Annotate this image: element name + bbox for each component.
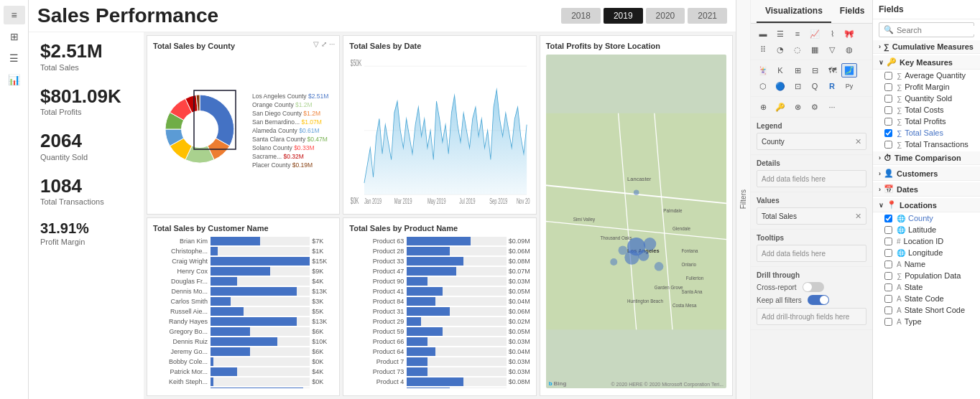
- viz-stacked-bar[interactable]: ▬: [755, 27, 771, 41]
- viz-key-inf[interactable]: 🔑: [772, 100, 788, 114]
- svg-text:Palmdale: Palmdale: [663, 208, 683, 213]
- total-trans-check[interactable]: [884, 141, 892, 149]
- viz-kpi[interactable]: K: [772, 63, 788, 78]
- viz-custom1[interactable]: ⊗: [790, 100, 805, 114]
- sidebar-icon-list[interactable]: ☰: [4, 49, 25, 67]
- chart-donut[interactable]: Total Sales by County ▽ ⤢ ···: [147, 35, 340, 215]
- county-check[interactable]: [884, 215, 892, 222]
- drill-well[interactable]: Add drill-through fields here: [757, 308, 866, 325]
- field-state-short-code[interactable]: AState Short Code: [873, 304, 980, 316]
- bar-row-henry: Henry Cox$9K: [153, 267, 333, 276]
- viz-map[interactable]: 🗺: [824, 63, 840, 78]
- viz-card[interactable]: 🃏: [755, 63, 771, 78]
- year-tab-2018[interactable]: 2018: [561, 8, 601, 24]
- filter-icon[interactable]: ▽: [313, 40, 319, 48]
- field-profit-margin[interactable]: ∑Profit Margin: [873, 81, 980, 93]
- field-name[interactable]: AName: [873, 258, 980, 270]
- avg-qty-check[interactable]: [884, 72, 892, 80]
- total-sales-check[interactable]: [884, 129, 892, 137]
- viz-r[interactable]: R: [824, 79, 840, 93]
- state-check[interactable]: [884, 283, 892, 291]
- viz-decomp[interactable]: ⊕: [755, 100, 771, 114]
- type-check[interactable]: [884, 318, 892, 326]
- field-total-profits[interactable]: ∑Total Profits: [873, 116, 980, 127]
- time-comparison-header[interactable]: › ⏱ Time Comparison: [873, 151, 980, 165]
- chart-map[interactable]: Total Profits by Store Location Lancaste…: [540, 35, 733, 396]
- viz-qna[interactable]: Q: [807, 79, 823, 93]
- svg-text:Jul 2019: Jul 2019: [460, 197, 476, 206]
- sidebar-icon-grid[interactable]: ⊞: [4, 27, 25, 46]
- viz-more[interactable]: ···: [824, 100, 840, 114]
- locations-header[interactable]: ∨ 📍 Locations: [873, 198, 980, 212]
- key-measures-header[interactable]: ∨ 🔑 Key Measures: [873, 55, 980, 70]
- field-county[interactable]: 🌐County: [873, 212, 980, 224]
- viz-matrix[interactable]: ⊟: [807, 63, 823, 78]
- chart-customer[interactable]: Total Sales by Customer Name Brian Kim$7…: [147, 217, 340, 397]
- viz-area[interactable]: ⌇: [824, 27, 840, 41]
- sidebar-icon-chart[interactable]: 📊: [4, 70, 25, 89]
- field-state[interactable]: AState: [873, 281, 980, 293]
- cumulative-measures-header[interactable]: › ∑ Cumulative Measures: [873, 40, 980, 54]
- state-code-check[interactable]: [884, 295, 892, 303]
- tooltips-well[interactable]: Add data fields here: [757, 245, 866, 262]
- keep-all-toggle[interactable]: [808, 295, 829, 305]
- field-qty-sold[interactable]: ∑Quantity Sold: [873, 93, 980, 104]
- sidebar-icon-menu[interactable]: ≡: [4, 6, 25, 24]
- viz-funnel[interactable]: ▽: [824, 42, 840, 57]
- viz-100-bar[interactable]: ≡: [790, 27, 805, 41]
- profit-margin-check[interactable]: [884, 83, 892, 91]
- viz-line[interactable]: 📈: [807, 27, 823, 41]
- viz-ribbon[interactable]: 🎀: [841, 27, 857, 41]
- viz-table[interactable]: ⊞: [790, 63, 805, 78]
- name-check[interactable]: [884, 260, 892, 268]
- longitude-check[interactable]: [884, 249, 892, 257]
- dates-header[interactable]: › 📅 Dates: [873, 182, 980, 197]
- field-total-sales[interactable]: ∑Total Sales: [873, 127, 980, 139]
- total-profits-check[interactable]: [884, 118, 892, 126]
- viz-bar[interactable]: ☰: [772, 27, 788, 41]
- population-check[interactable]: [884, 272, 892, 280]
- customers-header[interactable]: › 👤 Customers: [873, 166, 980, 181]
- expand-icon[interactable]: ⤢: [321, 40, 327, 48]
- year-tab-2021[interactable]: 2021: [688, 8, 727, 24]
- chart-line[interactable]: Total Sales by Date $50K $0K: [343, 35, 536, 215]
- search-input[interactable]: [897, 26, 980, 34]
- latitude-check[interactable]: [884, 226, 892, 234]
- viz-azure-map[interactable]: 🔵: [772, 79, 788, 93]
- cross-report-toggle[interactable]: [803, 282, 824, 292]
- legend-remove-btn[interactable]: ✕: [855, 137, 861, 146]
- field-location-id[interactable]: #Location ID: [873, 235, 980, 247]
- tab-fields[interactable]: Fields: [831, 0, 872, 23]
- viz-filled-map[interactable]: 🗾: [841, 63, 857, 78]
- location-id-check[interactable]: [884, 238, 892, 245]
- viz-custom2[interactable]: ⚙: [807, 100, 823, 114]
- field-latitude[interactable]: 🌐Latitude: [873, 224, 980, 235]
- field-avg-qty[interactable]: ∑Average Quantity: [873, 70, 980, 81]
- viz-treemap[interactable]: ▦: [807, 42, 823, 57]
- filters-strip[interactable]: Filters: [736, 0, 751, 399]
- viz-py[interactable]: Py: [841, 79, 857, 93]
- viz-shape-map[interactable]: ⬡: [755, 79, 771, 93]
- field-type[interactable]: AType: [873, 316, 980, 327]
- total-costs-check[interactable]: [884, 106, 892, 114]
- qty-sold-check[interactable]: [884, 95, 892, 103]
- more-icon[interactable]: ···: [329, 40, 335, 48]
- year-tab-2019[interactable]: 2019: [604, 8, 643, 24]
- viz-donut[interactable]: ◌: [790, 42, 805, 57]
- year-tab-2020[interactable]: 2020: [646, 8, 685, 24]
- field-total-trans[interactable]: ∑Total Transactions: [873, 139, 980, 150]
- viz-pie[interactable]: ◔: [772, 42, 788, 57]
- tab-visualizations[interactable]: Visualizations: [757, 0, 831, 23]
- field-state-code[interactable]: AState Code: [873, 293, 980, 304]
- values-remove-btn[interactable]: ✕: [855, 212, 861, 221]
- state-short-code-check[interactable]: [884, 306, 892, 314]
- dates-icon: 📅: [884, 184, 894, 194]
- viz-gauge[interactable]: ◍: [841, 42, 857, 57]
- viz-scatter[interactable]: ⠿: [755, 42, 771, 57]
- field-population[interactable]: ∑Population Data: [873, 270, 980, 281]
- field-total-costs[interactable]: ∑Total Costs: [873, 104, 980, 116]
- details-well[interactable]: Add data fields here: [757, 170, 866, 187]
- field-longitude[interactable]: 🌐Longitude: [873, 247, 980, 258]
- chart-product[interactable]: Total Sales by Product Name Product 63$0…: [343, 217, 536, 397]
- viz-slicer[interactable]: ⊡: [790, 79, 805, 93]
